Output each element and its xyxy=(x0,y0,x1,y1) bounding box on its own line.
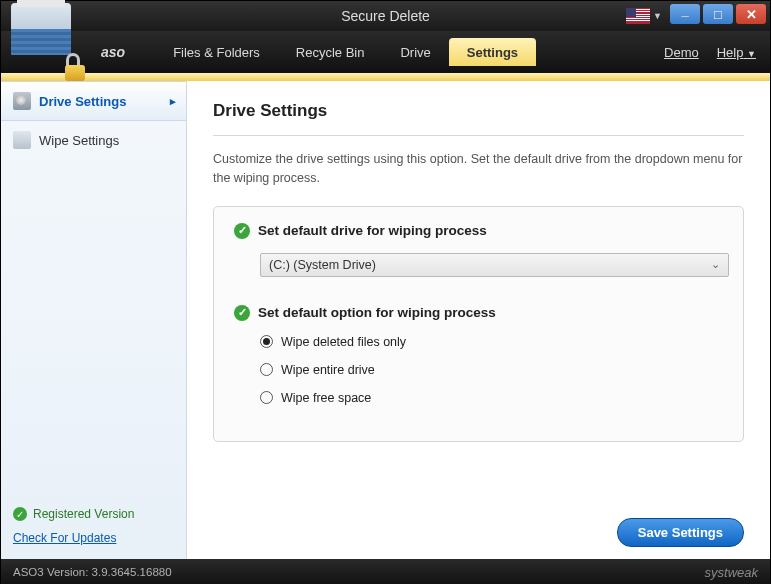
registered-status: ✓ Registered Version xyxy=(13,507,174,521)
content-pane: Drive Settings Customize the drive setti… xyxy=(187,81,770,559)
language-dropdown-icon[interactable]: ▼ xyxy=(653,11,662,21)
toolbar-right-links: Demo Help ▼ xyxy=(664,45,756,60)
radio-wipe-free[interactable]: Wipe free space xyxy=(260,391,723,405)
section-default-option-heading: ✓ Set default option for wiping process xyxy=(234,305,723,321)
check-icon: ✓ xyxy=(234,305,250,321)
page-description: Customize the drive settings using this … xyxy=(213,150,744,188)
sidebar: Drive Settings Wipe Settings ✓ Registere… xyxy=(1,81,187,559)
wipe-icon xyxy=(13,131,31,149)
save-settings-button[interactable]: Save Settings xyxy=(617,518,744,547)
language-flag-icon[interactable] xyxy=(626,8,650,24)
window-controls: _ □ ✕ xyxy=(670,4,766,24)
sidebar-footer: ✓ Registered Version Check For Updates xyxy=(1,497,186,559)
window-title: Secure Delete xyxy=(341,8,430,24)
radio-wipe-entire[interactable]: Wipe entire drive xyxy=(260,363,723,377)
chevron-down-icon: ▼ xyxy=(747,49,756,59)
sidebar-item-label: Drive Settings xyxy=(39,94,126,109)
page-title: Drive Settings xyxy=(213,101,744,121)
tab-settings[interactable]: Settings xyxy=(449,38,536,66)
check-icon: ✓ xyxy=(234,223,250,239)
section-default-drive-heading: ✓ Set default drive for wiping process xyxy=(234,223,723,239)
sidebar-item-label: Wipe Settings xyxy=(39,133,119,148)
main-toolbar: aso Files & Folders Recycle Bin Drive Se… xyxy=(1,31,770,73)
accent-strip xyxy=(1,73,770,81)
minimize-button[interactable]: _ xyxy=(670,4,700,24)
section-heading-label: Set default option for wiping process xyxy=(258,305,496,320)
radio-wipe-deleted[interactable]: Wipe deleted files only xyxy=(260,335,723,349)
radio-icon xyxy=(260,363,273,376)
title-bar: Secure Delete ▼ _ □ ✕ xyxy=(1,1,770,31)
status-bar: ASO3 Version: 3.9.3645.16880 systweak xyxy=(1,559,770,584)
check-icon: ✓ xyxy=(13,507,27,521)
registered-label: Registered Version xyxy=(33,507,134,521)
sidebar-item-drive-settings[interactable]: Drive Settings xyxy=(1,81,186,121)
tab-drive[interactable]: Drive xyxy=(382,38,448,66)
radio-label: Wipe entire drive xyxy=(281,363,375,377)
tab-files-folders[interactable]: Files & Folders xyxy=(155,38,278,66)
app-window: Secure Delete ▼ _ □ ✕ aso Files & Folder… xyxy=(0,0,771,584)
selected-drive-label: (C:) (System Drive) xyxy=(269,258,376,272)
help-link-label: Help xyxy=(717,45,744,60)
padlock-icon xyxy=(65,55,87,81)
help-link[interactable]: Help ▼ xyxy=(717,45,756,60)
shredder-icon xyxy=(11,3,71,55)
demo-link[interactable]: Demo xyxy=(664,45,699,60)
chevron-down-icon: ⌄ xyxy=(711,258,720,271)
version-label: ASO3 Version: 3.9.3645.16880 xyxy=(13,566,172,578)
main-area: Drive Settings Wipe Settings ✓ Registere… xyxy=(1,81,770,559)
check-updates-link[interactable]: Check For Updates xyxy=(13,531,116,545)
maximize-button[interactable]: □ xyxy=(703,4,733,24)
close-button[interactable]: ✕ xyxy=(736,4,766,24)
drive-icon xyxy=(13,92,31,110)
radio-icon xyxy=(260,391,273,404)
default-drive-dropdown[interactable]: (C:) (System Drive) ⌄ xyxy=(260,253,729,277)
radio-label: Wipe free space xyxy=(281,391,371,405)
tab-recycle-bin[interactable]: Recycle Bin xyxy=(278,38,383,66)
radio-icon xyxy=(260,335,273,348)
section-heading-label: Set default drive for wiping process xyxy=(258,223,487,238)
settings-panel: ✓ Set default drive for wiping process (… xyxy=(213,206,744,442)
app-logo xyxy=(7,3,89,77)
sidebar-item-wipe-settings[interactable]: Wipe Settings xyxy=(1,121,186,159)
company-brand: systweak xyxy=(705,565,758,580)
brand-label: aso xyxy=(101,44,125,60)
divider xyxy=(213,135,744,136)
radio-label: Wipe deleted files only xyxy=(281,335,406,349)
